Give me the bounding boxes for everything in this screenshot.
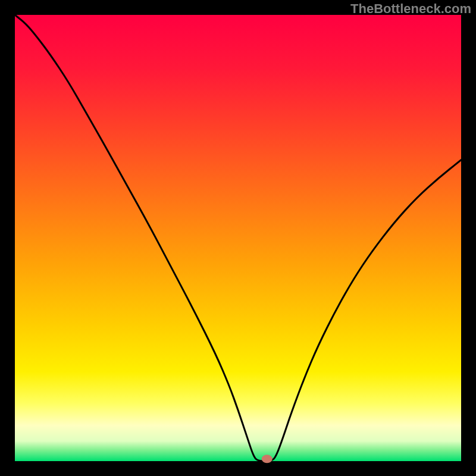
watermark-text: TheBottleneck.com: [350, 1, 471, 17]
optimal-point-marker: [262, 455, 273, 463]
chart-container: TheBottleneck.com: [0, 0, 476, 476]
bottleneck-chart: [0, 0, 476, 476]
gradient-background: [15, 15, 461, 461]
